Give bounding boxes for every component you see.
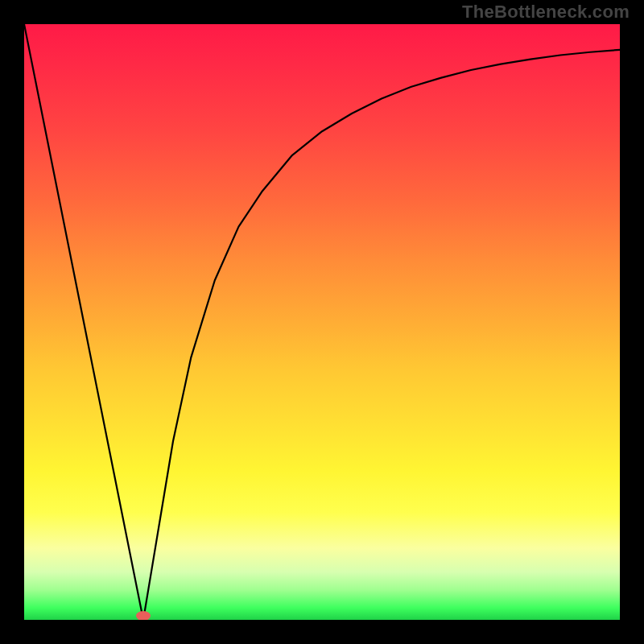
watermark-text: TheBottleneck.com (462, 2, 630, 23)
bottleneck-curve (24, 24, 620, 620)
plot-area (24, 24, 620, 620)
chart-frame: TheBottleneck.com (0, 0, 644, 644)
minimum-marker (136, 611, 151, 620)
